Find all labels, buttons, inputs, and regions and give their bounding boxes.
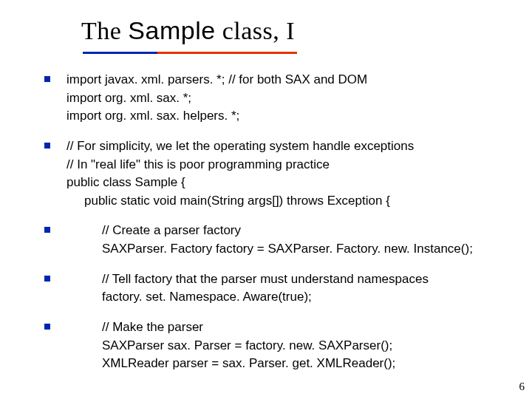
- bullet-block: // Make the parserSAXParser sax. Parser …: [44, 318, 510, 373]
- code-line: // Make the parser: [66, 318, 510, 337]
- page-number: 6: [519, 381, 525, 393]
- bullet-icon: [44, 276, 50, 282]
- title-word-2: Sample: [128, 16, 215, 44]
- slide: The Sample class, I import javax. xml. p…: [0, 0, 532, 399]
- code-lines: import javax. xml. parsers. *; // for bo…: [66, 71, 510, 126]
- title-word-3: class, I: [216, 17, 295, 44]
- code-line: public class Sample {: [66, 174, 510, 192]
- code-lines: // Make the parserSAXParser sax. Parser …: [66, 318, 510, 373]
- bullet-icon: [44, 227, 50, 233]
- code-line: XMLReader parser = sax. Parser. get. XML…: [66, 355, 510, 373]
- code-line: public static void main(String args[]) t…: [66, 192, 510, 211]
- slide-body: import javax. xml. parsers. *; // for bo…: [44, 71, 510, 385]
- code-line: import javax. xml. parsers. *; // for bo…: [66, 71, 510, 89]
- bullet-block: // Create a parser factorySAXParser. Fac…: [44, 222, 510, 258]
- code-line: // Create a parser factory: [66, 222, 510, 240]
- code-line: SAXParser sax. Parser = factory. new. SA…: [66, 337, 510, 355]
- code-line: // Tell factory that the parser must und…: [66, 270, 510, 289]
- code-lines: // Create a parser factorySAXParser. Fac…: [66, 222, 510, 258]
- code-lines: // Tell factory that the parser must und…: [66, 270, 510, 307]
- code-line: factory. set. Namespace. Aware(true);: [66, 288, 510, 307]
- code-line: import org. xml. sax. *;: [66, 89, 510, 108]
- code-line: // For simplicity, we let the operating …: [66, 137, 510, 156]
- bullet-icon: [44, 143, 50, 149]
- bullet-block: // Tell factory that the parser must und…: [44, 270, 510, 307]
- page-title: The Sample class, I: [81, 16, 295, 45]
- code-line: // In "real life" this is poor programmi…: [66, 156, 510, 174]
- bullet-block: // For simplicity, we let the operating …: [44, 137, 510, 211]
- bullet-icon: [44, 324, 50, 330]
- code-lines: // For simplicity, we let the operating …: [66, 137, 510, 211]
- bullet-icon: [44, 76, 50, 82]
- bullet-block: import javax. xml. parsers. *; // for bo…: [44, 71, 510, 126]
- title-word-1: The: [81, 17, 128, 44]
- title-underline: [83, 52, 297, 54]
- code-line: SAXParser. Factory factory = SAXParser. …: [66, 240, 510, 259]
- code-line: import org. xml. sax. helpers. *;: [66, 107, 510, 126]
